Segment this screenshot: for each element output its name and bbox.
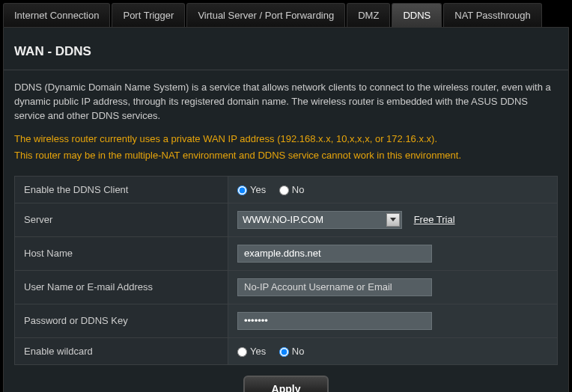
enable-ddns-client-label: Enable the DDNS Client [15,176,228,203]
username-label: User Name or E-mail Address [15,270,228,304]
wildcard-yes-radio[interactable] [237,347,247,357]
page-description: DDNS (Dynamic Domain Name System) is a s… [4,81,568,132]
password-input[interactable] [237,312,432,330]
hostname-label: Host Name [15,236,228,270]
server-select-value: WWW.NO-IP.COM [243,214,323,225]
tab-virtual-server[interactable]: Virtual Server / Port Forwarding [186,3,345,27]
enable-wildcard-radio-group: Yes No [237,346,314,357]
password-label: Password or DDNS Key [15,304,228,337]
wildcard-no-label[interactable]: No [279,346,305,357]
wildcard-no-radio[interactable] [279,347,289,357]
enable-ddns-client-radio-group: Yes No [237,184,314,195]
tab-ddns[interactable]: DDNS [392,3,442,27]
tab-port-trigger[interactable]: Port Trigger [112,3,185,27]
page-title: WAN - DDNS [4,28,568,70]
apply-button[interactable]: Apply [243,376,329,392]
enable-ddns-yes-label[interactable]: Yes [237,184,266,195]
server-select[interactable]: WWW.NO-IP.COM [237,211,402,229]
free-trial-link[interactable]: Free Trial [414,214,455,225]
apply-row: Apply [4,365,568,392]
divider [4,70,568,70]
warning-line-2: This router may be in the multiple-NAT e… [4,149,568,165]
warning-line-1: The wireless router currently uses a pri… [4,132,568,149]
tab-nat-passthrough[interactable]: NAT Passthrough [443,3,541,27]
chevron-down-icon[interactable] [386,213,400,227]
server-label: Server [15,203,228,236]
tab-internet-connection[interactable]: Internet Connection [3,3,110,27]
enable-ddns-no-label[interactable]: No [279,184,305,195]
tab-bar: Internet Connection Port Trigger Virtual… [0,0,572,27]
no-text: No [292,184,305,195]
enable-wildcard-label: Enable wildcard [15,337,228,364]
tab-dmz[interactable]: DMZ [347,3,390,27]
yes-text: Yes [250,184,266,195]
content-panel: WAN - DDNS DDNS (Dynamic Domain Name Sys… [3,27,569,392]
enable-ddns-no-radio[interactable] [279,186,289,195]
yes-text-2: Yes [250,346,266,357]
enable-ddns-yes-radio[interactable] [237,186,247,195]
wildcard-yes-label[interactable]: Yes [237,346,266,357]
settings-table: Enable the DDNS Client Yes No Server WWW… [14,176,558,365]
username-input[interactable] [237,278,432,296]
no-text-2: No [292,346,305,357]
hostname-input[interactable] [237,245,432,263]
